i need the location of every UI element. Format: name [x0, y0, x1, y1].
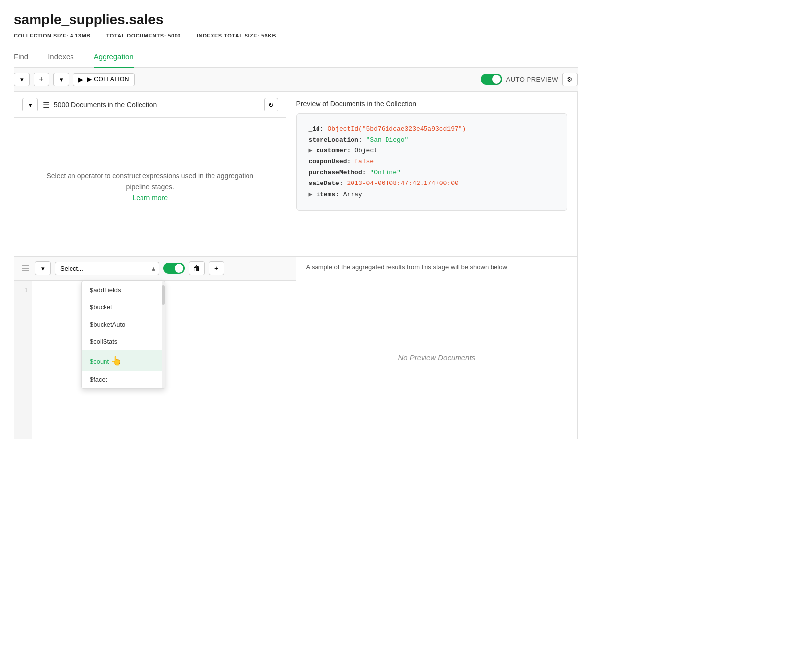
doc-saleDate-row: saleDate: 2013-04-06T08:47:42.174+00:00: [309, 178, 556, 189]
stage2-toggle-knob: [175, 264, 183, 273]
purchaseMethod-field-name: purchaseMethod:: [309, 169, 366, 176]
dropdown-item-bucket[interactable]: $bucket: [82, 298, 165, 316]
gear-icon: ⚙: [567, 76, 573, 83]
stage2-container: ▾ ▴ 🗑 +: [14, 257, 578, 439]
chevron-down-icon-2: ▾: [60, 76, 63, 83]
delete-stage-button[interactable]: 🗑: [189, 261, 205, 275]
stage2-collapse-button[interactable]: ▾: [35, 261, 51, 275]
saleDate-field-name: saleDate:: [309, 180, 343, 187]
chevron-down-icon-stage1: ▾: [29, 101, 32, 109]
plus-icon-stage2: +: [214, 264, 218, 272]
code-editor-area[interactable]: $addFields $bucket $bucketAuto $collStat…: [32, 281, 296, 439]
indexes-size-label: INDEXES TOTAL SIZE:: [197, 33, 259, 38]
expand-icon-items: ▶: [309, 191, 317, 198]
items-field-name: items:: [316, 191, 339, 198]
cursor-hand-icon: 👆: [111, 356, 122, 366]
stage1-collapse-button[interactable]: ▾: [22, 98, 38, 111]
dropdown-item-bucketAuto[interactable]: $bucketAuto: [82, 316, 165, 333]
database-icon: ☰: [43, 100, 50, 110]
collection-size-label: COLLECTION SIZE:: [14, 33, 69, 38]
right-panel-top: Preview of Documents in the Collection _…: [286, 92, 578, 256]
stage2-right: A sample of the aggregated results from …: [296, 257, 578, 439]
drag-line-1: [22, 265, 29, 266]
line-number-1: 1: [24, 287, 28, 294]
items-field-value: Array: [343, 191, 362, 198]
tab-indexes[interactable]: Indexes: [48, 48, 74, 68]
id-field-value: ObjectId("5bd761dcae323e45a93cd197"): [328, 125, 466, 133]
scrollbar-thumb: [162, 285, 165, 305]
triangle-right-icon: ▶: [78, 76, 83, 83]
collation-label: ▶ COLLATION: [87, 76, 129, 83]
id-field-name: _id:: [309, 125, 324, 133]
count-label: $count: [90, 358, 109, 365]
dropdown-scrollbar: [162, 281, 165, 388]
operator-dropdown: $addFields $bucket $bucketAuto $collStat…: [81, 281, 165, 389]
storeLocation-field-name: storeLocation:: [309, 136, 362, 144]
couponUsed-field-value: false: [354, 158, 374, 165]
stage2-left: ▾ ▴ 🗑 +: [14, 257, 296, 439]
doc-storeLocation-row: storeLocation: "San Diego": [309, 135, 556, 146]
auto-preview-toggle[interactable]: [481, 74, 502, 85]
dropdown-item-addFields[interactable]: $addFields: [82, 281, 165, 298]
doc-customer-row[interactable]: ▶ customer: Object: [309, 146, 556, 156]
stage2-preview-label: A sample of the aggregated results from …: [296, 257, 578, 278]
no-preview-text: No Preview Documents: [398, 353, 475, 362]
main-content: ▾ ☰ 5000 Documents in the Collection ↻ S…: [14, 92, 578, 257]
auto-preview-label: AUTO PREVIEW: [506, 76, 558, 83]
collation-button[interactable]: ▶ ▶ COLLATION: [73, 73, 135, 86]
collection-size-value: 4.13MB: [70, 33, 91, 38]
stage-operator-input[interactable]: [55, 262, 159, 275]
chevron-down-icon: ▾: [20, 76, 24, 83]
trash-icon: 🗑: [193, 264, 200, 272]
saleDate-field-value: 2013-04-06T08:47:42.174+00:00: [347, 180, 459, 187]
customer-field-name: customer:: [316, 147, 351, 154]
indexes-size-value: 56KB: [261, 33, 276, 38]
learn-more-link[interactable]: Learn more: [132, 192, 168, 203]
doc-id-row: _id: ObjectId("5bd761dcae323e45a93cd197"…: [309, 124, 556, 135]
dropdown-item-count[interactable]: $count 👆: [82, 350, 165, 371]
aggregation-toolbar: ▾ + ▾ ▶ ▶ COLLATION AUTO PREVIEW ⚙: [14, 68, 578, 92]
preview-title: Preview of Documents in the Collection: [296, 100, 568, 108]
drag-line-2: [22, 268, 29, 269]
doc-purchaseMethod-row: purchaseMethod: "Online": [309, 167, 556, 178]
page-title: sample_supplies.sales: [14, 12, 578, 28]
dropdown-arrow-button[interactable]: ▾: [14, 73, 30, 86]
stage-options-button[interactable]: ▾: [53, 73, 69, 86]
toggle-knob: [492, 75, 501, 84]
collection-meta: COLLECTION SIZE: 4.13MB TOTAL DOCUMENTS:…: [14, 33, 578, 38]
stage1-docs-count: 5000 Documents in the Collection: [54, 101, 157, 109]
purchaseMethod-field-value: "Online": [370, 169, 400, 176]
stage2-header: ▾ ▴ 🗑 +: [14, 257, 296, 281]
line-numbers: 1: [14, 281, 32, 439]
tab-aggregation[interactable]: Aggregation: [94, 48, 134, 68]
settings-button[interactable]: ⚙: [562, 73, 578, 86]
plus-icon: +: [39, 75, 43, 84]
preview-document: _id: ObjectId("5bd761dcae323e45a93cd197"…: [296, 113, 568, 211]
drag-handle[interactable]: [20, 263, 31, 273]
stage2-toggle[interactable]: [163, 263, 185, 274]
stage1-empty-state: Select an operator to construct expressi…: [14, 118, 286, 256]
storeLocation-field-value: "San Diego": [366, 136, 409, 144]
drag-line-3: [22, 270, 29, 271]
tab-bar: Find Indexes Aggregation: [14, 48, 578, 68]
tab-find[interactable]: Find: [14, 48, 28, 68]
stage-operator-select-wrapper: ▴: [55, 262, 159, 275]
stage1-header: ▾ ☰ 5000 Documents in the Collection ↻: [14, 92, 286, 118]
collection-size: COLLECTION SIZE: 4.13MB: [14, 33, 91, 38]
total-documents: TOTAL DOCUMENTS: 5000: [106, 33, 181, 38]
total-docs-label: TOTAL DOCUMENTS:: [106, 33, 166, 38]
stage2-no-preview: No Preview Documents: [296, 278, 578, 436]
add-stage-button[interactable]: +: [34, 73, 49, 86]
expand-icon-customer: ▶: [309, 147, 317, 154]
dropdown-item-collStats[interactable]: $collStats: [82, 333, 165, 350]
left-panel: ▾ ☰ 5000 Documents in the Collection ↻ S…: [14, 92, 286, 256]
add-stage-after-button[interactable]: +: [209, 261, 224, 275]
customer-field-value: Object: [354, 147, 378, 154]
indexes-total-size: INDEXES TOTAL SIZE: 56KB: [197, 33, 276, 38]
stage1-empty-text: Select an operator to construct expressi…: [34, 170, 266, 192]
dropdown-item-facet[interactable]: $facet: [82, 371, 165, 388]
total-docs-value: 5000: [168, 33, 180, 38]
doc-items-row[interactable]: ▶ items: Array: [309, 189, 556, 200]
refresh-button[interactable]: ↻: [264, 98, 278, 111]
refresh-icon: ↻: [268, 101, 274, 109]
